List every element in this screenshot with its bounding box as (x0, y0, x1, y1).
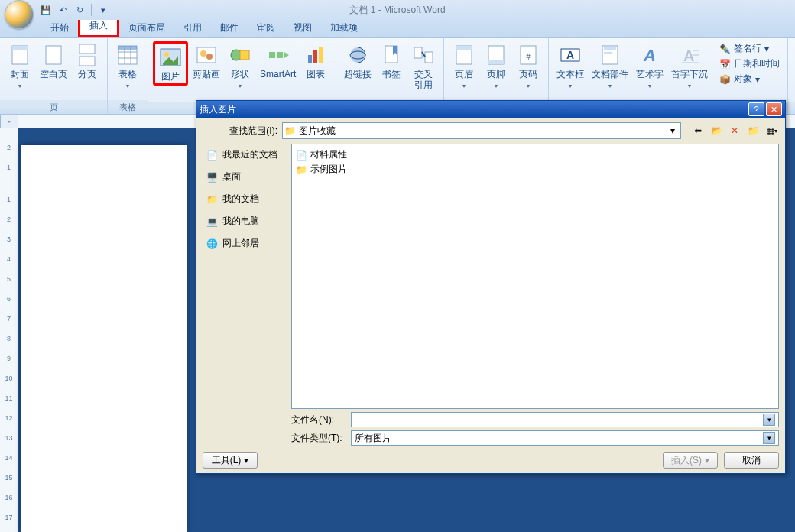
wordart-button[interactable]: A 艺术字▾ (633, 41, 667, 92)
header-button[interactable]: 页眉▾ (449, 41, 479, 92)
qat-dropdown-icon[interactable]: ▾ (96, 2, 111, 18)
up-folder-icon: 📂 (711, 125, 722, 136)
document-page[interactable] (21, 145, 187, 532)
cancel-button[interactable]: 取消 (724, 452, 779, 469)
lookin-combo[interactable]: 📁 图片收藏 ▾ (282, 122, 681, 139)
place-desktop[interactable]: 🖥️桌面 (204, 169, 285, 185)
chevron-down-icon[interactable]: ▾ (763, 432, 775, 444)
ribbon-tabs: 开始 插入 页面布局 引用 邮件 审阅 视图 加载项 (0, 20, 795, 38)
shapes-button[interactable]: 形状▾ (225, 41, 255, 92)
svg-rect-14 (197, 47, 216, 63)
dropcap-button[interactable]: A 首字下沉▾ (668, 41, 711, 92)
tab-home[interactable]: 开始 (41, 18, 78, 37)
signature-line-button[interactable]: ✒️签名行 ▾ (716, 41, 783, 56)
svg-text:A: A (683, 47, 694, 64)
undo-icon[interactable]: ↶ (55, 2, 70, 18)
svg-rect-32 (456, 46, 472, 50)
page-break-button[interactable]: 分页 (72, 41, 102, 81)
table-button[interactable]: 表格▾ (112, 41, 143, 92)
svg-marker-21 (284, 52, 289, 58)
place-computer[interactable]: 💻我的电脑 (204, 213, 285, 229)
chart-button[interactable]: 图表 (300, 41, 331, 81)
tab-page-layout[interactable]: 页面布局 (119, 18, 174, 37)
save-icon[interactable]: 💾 (38, 2, 54, 18)
object-button[interactable]: 📦对象 ▾ (716, 72, 783, 86)
help-button[interactable]: ? (748, 102, 764, 116)
page-number-icon: # (516, 43, 540, 67)
insert-button[interactable]: 插入(S) ▾ (663, 452, 718, 469)
chevron-down-icon: ▾ (705, 455, 709, 466)
recent-icon: 📄 (206, 149, 218, 161)
bookmark-button[interactable]: 书签 (376, 41, 407, 81)
dialog-titlebar[interactable]: 插入图片 ? ✕ (196, 101, 785, 118)
tab-review[interactable]: 审阅 (248, 18, 284, 37)
quick-access-toolbar: 💾 ↶ ↻ ▾ (38, 2, 111, 18)
places-bar: 📄我最近的文档 🖥️桌面 📁我的文档 💻我的电脑 🌐网上邻居 (203, 144, 287, 409)
svg-rect-23 (313, 50, 317, 63)
date-time-button[interactable]: 📅日期和时间 (716, 57, 783, 71)
page-number-button[interactable]: # 页码▾ (513, 41, 544, 92)
svg-rect-22 (308, 55, 312, 63)
back-icon: ⬅ (694, 125, 702, 136)
dialog-toolbar: ⬅ 📂 ✕ 📁 ▦▾ (690, 123, 779, 138)
filetype-label: 文件类型(T): (291, 432, 346, 445)
shapes-icon (228, 43, 252, 67)
back-button[interactable]: ⬅ (690, 123, 706, 138)
file-item-1[interactable]: 📁示例图片 (295, 162, 775, 177)
lookin-value: 图片收藏 (299, 125, 664, 138)
svg-rect-20 (277, 52, 283, 58)
vertical-ruler[interactable]: 2 1 1 2 3 4 5 6 7 8 9 10 11 12 13 14 15 … (0, 128, 18, 532)
bookmark-icon (379, 43, 404, 67)
picture-icon (158, 45, 183, 70)
dropcap-icon: A (677, 43, 702, 67)
place-recent[interactable]: 📄我最近的文档 (204, 147, 285, 163)
delete-button[interactable]: ✕ (727, 123, 742, 138)
hyperlink-icon (346, 43, 370, 67)
cover-page-button[interactable]: 封面▾ (5, 41, 35, 92)
ruler-toggle[interactable]: ▫ (0, 115, 18, 128)
wordart-icon: A (638, 43, 662, 67)
redo-icon[interactable]: ↻ (72, 2, 87, 18)
chevron-down-icon[interactable]: ▾ (667, 125, 679, 136)
hyperlink-button[interactable]: 超链接 (341, 41, 375, 81)
smartart-button[interactable]: SmartArt (257, 41, 299, 81)
tab-view[interactable]: 视图 (284, 18, 321, 37)
tab-references[interactable]: 引用 (174, 18, 211, 37)
file-list[interactable]: 📄材料属性 📁示例图片 (291, 144, 779, 409)
textbox-button[interactable]: A 文本框▾ (553, 41, 587, 92)
filename-input[interactable]: ▾ (351, 412, 779, 427)
views-icon: ▦ (766, 125, 774, 136)
place-network[interactable]: 🌐网上邻居 (204, 235, 285, 251)
new-folder-button[interactable]: 📁 (745, 123, 761, 138)
place-documents[interactable]: 📁我的文档 (204, 191, 285, 207)
tab-mailings[interactable]: 邮件 (211, 18, 248, 37)
textbox-icon: A (558, 43, 582, 67)
chevron-down-icon[interactable]: ▾ (763, 414, 775, 426)
clipart-button[interactable]: 剪贴画 (190, 41, 223, 81)
up-button[interactable]: 📂 (709, 123, 724, 138)
quick-parts-button[interactable]: 文档部件▾ (589, 41, 631, 92)
svg-point-15 (200, 50, 206, 57)
network-icon: 🌐 (206, 238, 218, 250)
blank-page-icon (41, 43, 66, 67)
svg-rect-40 (604, 47, 616, 50)
desktop-icon: 🖥️ (206, 171, 218, 183)
tab-addins[interactable]: 加载项 (321, 18, 367, 37)
chart-icon (303, 43, 328, 67)
footer-button[interactable]: 页脚▾ (481, 41, 511, 92)
tools-button[interactable]: 工具(L) ▾ (203, 452, 258, 469)
svg-text:A: A (643, 46, 656, 64)
ribbon-group-table: 表格▾ 表格 (108, 38, 148, 114)
footer-icon (484, 43, 508, 67)
file-item-0[interactable]: 📄材料属性 (295, 148, 775, 162)
filetype-select[interactable]: 所有图片▾ (351, 430, 779, 446)
cross-ref-button[interactable]: 交叉 引用 (408, 41, 439, 92)
close-button[interactable]: ✕ (766, 102, 782, 116)
clipart-icon (194, 43, 219, 67)
svg-text:A: A (566, 49, 574, 61)
picture-button[interactable]: 图片 (153, 41, 188, 86)
svg-rect-41 (604, 52, 612, 54)
office-button[interactable] (5, 0, 34, 29)
views-button[interactable]: ▦▾ (764, 123, 779, 138)
blank-page-button[interactable]: 空白页 (37, 41, 70, 81)
